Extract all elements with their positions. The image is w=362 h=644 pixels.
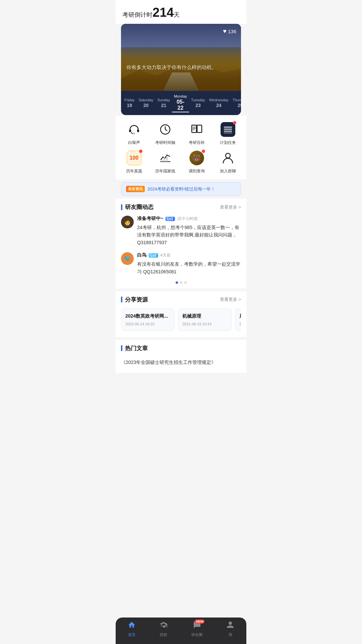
svg-rect-0 [129,129,131,132]
like-button[interactable]: ♥ 136 [223,28,236,35]
plan-label: 计划任务 [220,140,236,146]
day-wednesday[interactable]: Wednesday 24 [207,97,231,109]
heart-icon: ♥ [223,28,227,35]
menu-grid: 白噪声 考研时间轴 [118,121,244,174]
post-meta-2: 白鸟 Lv2 4天前 [137,252,241,258]
banner-quote: 你有多大动力取决于你有什么样的动机。 [126,64,236,71]
header: 考研倒计时214天 [116,0,246,24]
svg-rect-5 [197,125,202,132]
day-thursday[interactable]: Thursday 25 [231,97,241,109]
study-circle-section: 研友圈动态 查看更多 > 🧑 准备考研中~ Lv1 15个小时前 24考研，杭州… [116,199,246,288]
post-content-1: 准备考研中~ Lv1 15个小时前 24考研，杭州，想考个985，应该是英一数一… [137,216,241,246]
post-meta-1: 准备考研中~ Lv1 15个小时前 [137,216,241,222]
svg-rect-1 [137,129,139,132]
countdown-prefix: 考研倒计时 [122,11,153,18]
countdown-number: 214 [153,5,174,19]
avatar-2: 🐦 [121,252,134,265]
study-circle-header: 研友圈动态 查看更多 > [121,203,241,211]
resource-title-1: 2024数英政考研网... [125,313,170,319]
menu-past-exam[interactable]: 100 历年真题 [118,150,150,174]
post-time-1: 15个小时前 [177,216,197,222]
dot-2 [180,281,182,284]
svg-rect-8 [166,156,168,162]
svg-point-2 [133,133,135,134]
menu-transfer[interactable]: 🐻 调剂查询 [181,150,213,174]
group-label: 加入群聊 [220,168,236,174]
day-friday[interactable]: Friday 19 [122,97,137,109]
day-tuesday[interactable]: Tuesday 23 [189,97,207,109]
resource-title-2: 机械原理 [182,313,227,319]
clock-icon [158,122,173,137]
level-badge-1: Lv1 [165,217,175,221]
share-resources-more[interactable]: 查看更多 > [220,297,241,303]
news-text: 2024考研必看资料!错过后悔一年！ [147,186,215,192]
post-item-2[interactable]: 🐦 白鸟 Lv2 4天前 有没有在银川的友友，考数学的，希望一起交流学习 QQ1… [121,252,241,275]
post-content-2: 白鸟 Lv2 4天前 有没有在银川的友友，考数学的，希望一起交流学习 QQ126… [137,252,241,275]
resource-time-1: 2023-05-14 18:20 [125,322,170,326]
post-time-2: 4天前 [160,253,171,258]
past-exam-icon: 100 [127,151,141,165]
dot-3 [184,281,187,284]
resource-card-3[interactable]: 屠龙考研 2020-10- [235,308,241,331]
person-icon [221,151,235,165]
svg-rect-7 [164,158,165,162]
wiki-label: 考研百科 [189,140,205,146]
post-name-2: 白鸟 [137,252,146,258]
menu-plan[interactable]: 计划任务 [213,121,244,146]
hot-article-text[interactable]: 《2023年全国硕士研究生招生工作管理规定》 [121,357,241,368]
hot-articles-title: 热门文章 [121,344,148,352]
day-saturday[interactable]: Saturday 20 [137,97,156,109]
post-text-1: 24考研，杭州，想考个985，应该是英一数一，有没有数学英语好的带带我啊,最好能… [137,224,241,246]
news-banner[interactable]: 最新资讯 2024考研必看资料!错过后悔一年！ [121,182,241,196]
resource-title-3: 屠龙考研 [239,313,241,319]
plan-badge [233,121,236,124]
level-badge-2: Lv2 [148,253,158,258]
book-icon [189,122,204,137]
past-exam-badge [139,150,142,153]
transfer-avatar: 🐻 [189,151,204,165]
past-exam-label: 历年真题 [126,168,142,174]
svg-rect-4 [192,125,196,132]
share-resources-header: 分享资源 查看更多 > [121,296,241,304]
countdown-suffix: 天 [174,11,180,18]
svg-point-9 [226,153,230,158]
study-circle-more[interactable]: 查看更多 > [220,204,241,210]
resource-list: 2024数英政考研网... 2023-05-14 18:20 机械原理 2021… [121,308,241,332]
headphone-icon [127,122,141,137]
day-monday[interactable]: Monday 05-22 [172,94,189,112]
resource-card-2[interactable]: 机械原理 2021-08-19 10:43 [178,308,232,331]
share-resources-section: 分享资源 查看更多 > 2024数英政考研网... 2023-05-14 18:… [116,291,246,337]
list-icon [221,122,235,137]
post-name-1: 准备考研中~ [137,216,163,222]
transfer-label: 调剂查询 [189,168,205,174]
menu-score-line[interactable]: 历年国家线 [150,150,181,174]
calendar-banner[interactable]: ♥ 136 你有多大动力取决于你有什么样的动机。 Friday 19 Satur… [121,24,241,115]
avatar-1: 🧑 [121,216,134,228]
resource-card-1[interactable]: 2024数英政考研网... 2023-05-14 18:20 [121,308,175,331]
menu-group[interactable]: 加入群聊 [213,150,244,174]
chart-icon [158,151,173,165]
carousel-dots [121,281,241,284]
hot-articles-header: 热门文章 [121,344,241,352]
timeline-label: 考研时间轴 [155,140,175,146]
hot-articles-section: 热门文章 《2023年全国硕士研究生招生工作管理规定》 [116,340,246,373]
post-item-1[interactable]: 🧑 准备考研中~ Lv1 15个小时前 24考研，杭州，想考个985，应该是英一… [121,216,241,246]
study-circle-title: 研友圈动态 [121,203,154,211]
resource-time-2: 2021-08-19 10:43 [182,322,227,326]
quick-menu: 白噪声 考研时间轴 [116,116,246,179]
resource-time-3: 2020-10- [239,322,241,326]
dot-1 [176,281,178,284]
calendar-days: Friday 19 Saturday 20 Sunday 21 Monday 0… [121,91,241,115]
white-noise-label: 白噪声 [128,140,140,146]
menu-white-noise[interactable]: 白噪声 [118,121,150,146]
svg-rect-6 [161,160,162,162]
like-count: 136 [228,29,236,34]
news-tag: 最新资讯 [126,186,145,192]
score-line-label: 历年国家线 [155,168,175,174]
transfer-badge [202,150,205,153]
day-sunday[interactable]: Sunday 21 [156,97,172,109]
share-resources-title: 分享资源 [121,296,148,304]
menu-timeline[interactable]: 考研时间轴 [150,121,181,146]
menu-wiki[interactable]: 考研百科 [181,121,213,146]
post-text-2: 有没有在银川的友友，考数学的，希望一起交流学习 QQ1261065081 [137,260,241,275]
